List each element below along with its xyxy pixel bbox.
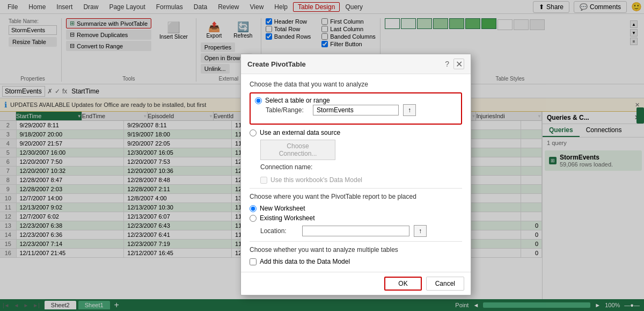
placement-section: Choose where you want the PivotTable rep… [250, 193, 462, 237]
external-source-group: Choose Connection... Connection name: Us… [260, 140, 462, 184]
modal-help-button[interactable]: ? [445, 60, 449, 68]
table-range-label: Table/Range: [266, 106, 309, 114]
radio-existing-worksheet[interactable]: Existing Worksheet [250, 214, 462, 222]
location-browse-button[interactable]: ↑ [414, 225, 427, 237]
modal-titlebar: Create PivotTable ? ✕ [241, 54, 471, 74]
radio-external-source[interactable]: Use an external data source [250, 129, 462, 136]
select-table-section: Select a table or range Table/Range: ↑ [250, 92, 462, 125]
modal-controls: ? ✕ [445, 59, 464, 69]
radio-select-table[interactable]: Select a table or range [255, 97, 457, 104]
table-range-row: Table/Range: ↑ [266, 104, 457, 116]
table-range-input[interactable] [313, 105, 399, 115]
modal-title: Create PivotTable [247, 60, 306, 68]
modal-instruction: Choose the data that you want to analyze [250, 81, 462, 88]
divider-1 [250, 188, 462, 189]
placement-instruction: Choose where you want the PivotTable rep… [250, 193, 462, 200]
modal-body: Choose the data that you want to analyze… [241, 74, 471, 272]
cancel-button[interactable]: Cancel [426, 277, 464, 291]
workbook-model-checkbox[interactable]: Use this workbook's Data Model [260, 176, 462, 184]
location-input[interactable] [302, 226, 409, 236]
choose-connection-button[interactable]: Choose Connection... [260, 140, 335, 160]
location-row: Location: ↑ [260, 225, 462, 237]
modal-close-button[interactable]: ✕ [453, 59, 464, 69]
divider-2 [250, 241, 462, 242]
radio-new-worksheet[interactable]: New Worksheet [250, 205, 462, 212]
ok-button[interactable]: OK [384, 277, 421, 291]
table-range-browse-button[interactable]: ↑ [403, 104, 416, 116]
multiple-tables-instruction: Choose whether you want to analyze multi… [250, 246, 462, 254]
modal-footer: OK Cancel [241, 272, 471, 295]
modal-overlay: Create PivotTable ? ✕ Choose the data th… [0, 0, 644, 311]
add-data-model-checkbox[interactable]: Add this data to the Data Model [250, 258, 462, 265]
connection-name-label: Connection name: [260, 163, 462, 171]
location-label: Location: [260, 227, 298, 235]
create-pivot-modal: Create PivotTable ? ✕ Choose the data th… [240, 54, 471, 295]
